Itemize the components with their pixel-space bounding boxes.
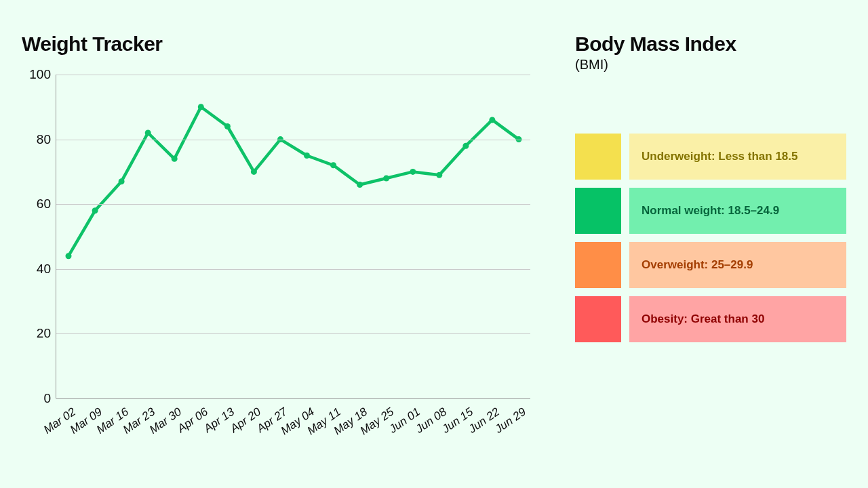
bmi-title: Body Mass Index [575,33,846,56]
chart-ytick: 80 [26,132,51,147]
chart-point [436,172,442,178]
weight-tracker-panel: Weight Tracker 020406080100 Mar 02Mar 09… [22,33,537,466]
chart-point [145,130,151,136]
chart-point [224,123,231,129]
chart-ytick: 20 [26,326,51,341]
chart-point [198,104,204,110]
chart-point [172,156,178,162]
chart-line [68,107,519,256]
bmi-swatch [575,242,621,288]
bmi-label: Normal weight: 18.5–24.9 [629,188,846,234]
chart-point [462,143,469,149]
chart-point [489,117,495,123]
chart-point [119,178,125,184]
bmi-item: Underweight: Less than 18.5 [575,134,846,180]
chart-point [330,162,336,168]
chart-point [357,182,363,188]
chart-point [66,253,72,259]
bmi-label: Obesity: Great than 30 [629,296,846,342]
chart-gridline [56,75,530,75]
chart-point [383,176,389,182]
chart-gridline [56,333,530,334]
bmi-swatch [575,134,621,180]
chart-ytick: 100 [26,67,51,82]
weight-line-chart: 020406080100 Mar 02Mar 09Mar 16Mar 23Mar… [22,75,537,453]
bmi-label: Underweight: Less than 18.5 [629,134,846,180]
bmi-item: Overweight: 25–29.9 [575,242,846,288]
chart-ytick: 0 [26,391,51,406]
chart-gridline [56,140,530,140]
chart-ytick: 40 [26,262,51,277]
chart-ytick: 60 [26,197,51,211]
chart-point [410,169,416,175]
weight-tracker-title: Weight Tracker [22,33,537,56]
chart-point [304,152,310,159]
bmi-legend: Underweight: Less than 18.5Normal weight… [575,134,846,342]
chart-gridline [56,269,530,270]
bmi-item: Normal weight: 18.5–24.9 [575,188,846,234]
bmi-subtitle: (BMI) [575,57,846,73]
bmi-swatch [575,188,621,234]
chart-point [251,169,257,175]
bmi-panel: Body Mass Index (BMI) Underweight: Less … [575,33,846,466]
bmi-item: Obesity: Great than 30 [575,296,846,342]
bmi-label: Overweight: 25–29.9 [629,242,846,288]
chart-gridline [56,204,530,205]
chart-point [92,207,98,214]
bmi-swatch [575,296,621,342]
